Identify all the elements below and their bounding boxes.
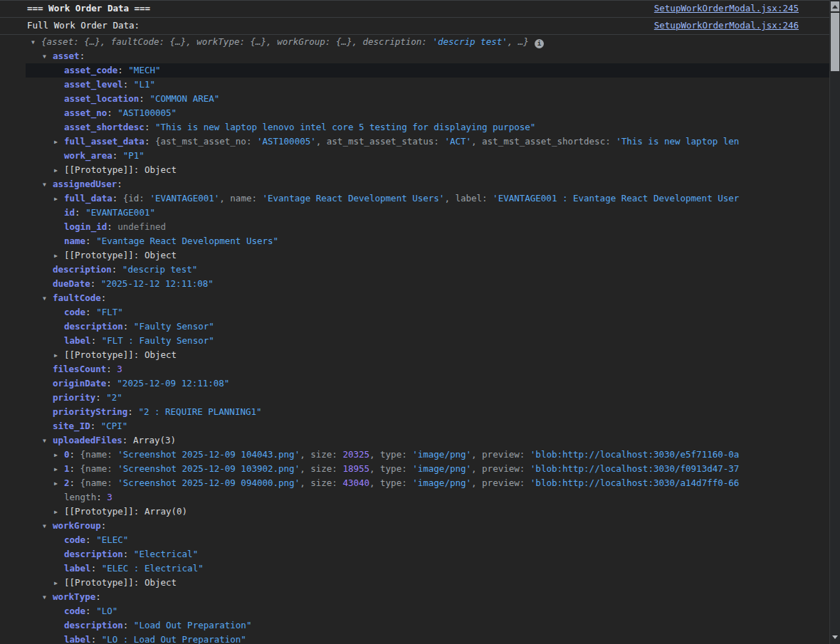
scrollbar-thumb[interactable] — [831, 13, 839, 71]
string-value: "ELEC" — [96, 534, 128, 545]
tree-row: site_ID: "CPI" — [0, 419, 830, 433]
plain-text: : — [106, 378, 117, 389]
plain-text: : — [112, 264, 122, 275]
triangle-down-icon[interactable]: ▼ — [43, 178, 53, 191]
triangle-down-icon[interactable]: ▼ — [31, 36, 41, 49]
triangle-right-icon[interactable]: ▶ — [54, 448, 64, 462]
plain-text: : — [75, 207, 85, 218]
tree-row: ▶[[Prototype]]: Array(0) — [0, 505, 830, 519]
property-key: workType — [53, 591, 95, 602]
plain-text: : — [91, 563, 102, 574]
triangle-right-icon[interactable]: ▶ — [54, 249, 64, 263]
object-preview-text: , size: — [300, 449, 342, 460]
plain-text: : — [112, 193, 123, 204]
tree-row: work_area: "P1" — [0, 149, 830, 163]
triangle-right-icon[interactable]: ▶ — [54, 349, 64, 362]
triangle-down-icon[interactable]: ▼ — [43, 292, 53, 305]
tree-row: ▼{asset: {…}, faultCode: {…}, workType: … — [0, 35, 830, 49]
string-value: "2" — [106, 392, 122, 403]
tree-row: filesCount: 3 — [0, 362, 830, 376]
tree-row: ▶2: {name: 'Screenshot 2025-12-09 094000… — [0, 476, 830, 490]
property-key: login_id — [64, 221, 107, 232]
tree-row: description: "Load Out Preparation" — [0, 618, 830, 633]
string-value: "LO" — [96, 606, 117, 616]
property-key: asset_shortdesc — [64, 122, 145, 132]
tree-row: ▶full_data: {id: 'EVANTAGE001', name: 'E… — [0, 191, 830, 206]
plain-text: [[Prototype]]: Array(0) — [64, 506, 187, 517]
tree-row: asset_location: "COMMON AREA" — [0, 92, 830, 106]
plain-text: : — [127, 406, 138, 417]
tree-row: priority: "2" — [0, 391, 830, 405]
property-key: priority — [53, 392, 95, 403]
string-value: 'blob:http://localhost:3030/f0913d47-37 — [530, 463, 740, 474]
vertical-scrollbar[interactable] — [829, 0, 840, 644]
triangle-right-icon[interactable]: ▶ — [54, 463, 64, 476]
number-value: 20325 — [342, 449, 369, 460]
info-icon[interactable]: i — [535, 39, 544, 48]
tree-row: priorityString: "2 : REQUIRE PLANNING1" — [0, 405, 830, 419]
string-value: "EVANTAGE001" — [85, 207, 155, 218]
triangle-down-icon[interactable]: ▼ — [43, 50, 53, 63]
tree-row: label: "FLT : Faulty Sensor" — [0, 334, 830, 348]
string-value: 'image/png' — [412, 449, 471, 460]
property-key: code — [64, 534, 85, 545]
plain-text: : — [90, 421, 101, 431]
object-preview-text: , ast_mst_asset_status: — [316, 136, 445, 147]
string-value: 'image/png' — [412, 477, 471, 488]
string-value: "FLT : Faulty Sensor" — [102, 335, 214, 346]
string-value: 'Screenshot 2025-12-09 103902.png' — [117, 463, 300, 474]
number-value: 43040 — [342, 477, 369, 488]
triangle-right-icon[interactable]: ▶ — [54, 505, 64, 519]
tree-row: code: "FLT" — [0, 305, 830, 320]
property-key: label — [64, 563, 91, 574]
tree-row: ▶[[Prototype]]: Object — [0, 348, 830, 362]
property-key: asset_location — [64, 93, 139, 104]
plain-text: : — [112, 150, 123, 161]
tree-row: label: "LO : Load Out Preparation" — [0, 633, 830, 644]
property-key: asset — [53, 51, 80, 61]
property-key: label — [64, 335, 91, 346]
triangle-right-icon[interactable]: ▶ — [54, 576, 64, 590]
scrollbar-up-button[interactable] — [831, 1, 839, 11]
tree-row: description: "Faulty Sensor" — [0, 320, 830, 334]
property-key: faultCode — [53, 292, 101, 303]
object-preview-text: {name: — [80, 463, 118, 474]
plain-text: : — [123, 620, 134, 630]
property-key: uploadedFiles — [53, 435, 122, 445]
property-key: asset_no — [64, 107, 107, 118]
string-value: 'This is new laptop len — [616, 136, 739, 147]
tree-row: ▼faultCode: — [0, 291, 830, 305]
triangle-right-icon[interactable]: ▶ — [54, 192, 64, 206]
scroll-up-arrow-icon — [832, 5, 838, 9]
source-link[interactable]: SetupWorkOrderModal.jsx:246 — [654, 18, 799, 33]
number-value: 18955 — [342, 463, 369, 474]
tree-row: ▶0: {name: 'Screenshot 2025-12-09 104043… — [0, 448, 830, 462]
tree-row: ▼workType: — [0, 590, 830, 604]
source-link[interactable]: SetupWorkOrderModal.jsx:245 — [654, 1, 799, 16]
tree-row: description: "Electrical" — [0, 547, 830, 561]
triangle-down-icon[interactable]: ▼ — [43, 434, 53, 448]
object-preview-text: , preview: — [471, 477, 530, 488]
property-key: originDate — [53, 378, 106, 389]
console-message-row: === Work Order Data ===SetupWorkOrderMod… — [0, 1, 830, 18]
object-preview-text: , name: — [219, 193, 262, 204]
object-preview-text: , label: — [444, 193, 493, 204]
tree-row: ▼uploadedFiles: Array(3) — [0, 433, 830, 448]
triangle-right-icon[interactable]: ▶ — [54, 135, 64, 149]
scrollbar-down-button[interactable] — [831, 632, 839, 642]
string-value: 'blob:http://localhost:3030/a14d7ff0-66 — [530, 477, 740, 488]
triangle-down-icon[interactable]: ▼ — [43, 519, 53, 533]
tree-row: ▶[[Prototype]]: Object — [0, 163, 830, 177]
property-key: name — [64, 236, 85, 246]
triangle-down-icon[interactable]: ▼ — [43, 591, 53, 604]
triangle-right-icon[interactable]: ▶ — [54, 164, 64, 177]
tree-row: ▼assignedUser: — [0, 177, 830, 191]
plain-text: : — [85, 606, 96, 616]
property-key: work_area — [64, 150, 112, 161]
plain-text: : — [70, 477, 80, 488]
console-message-text: === Work Order Data === — [27, 3, 150, 14]
string-value: "Evantage React Development Users" — [96, 236, 278, 246]
object-preview-text: {ast_mst_asset_no: — [155, 136, 257, 147]
triangle-right-icon[interactable]: ▶ — [54, 477, 64, 490]
property-key: asset_code — [64, 65, 117, 75]
